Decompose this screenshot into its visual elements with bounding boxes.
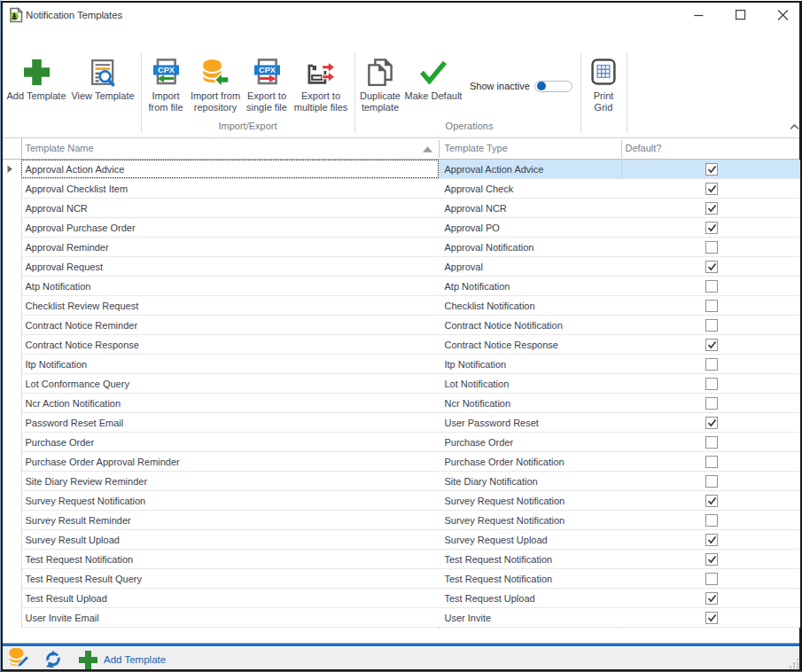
svg-text:CPX: CPX [259,66,276,74]
svg-text:CPX: CPX [158,66,175,74]
